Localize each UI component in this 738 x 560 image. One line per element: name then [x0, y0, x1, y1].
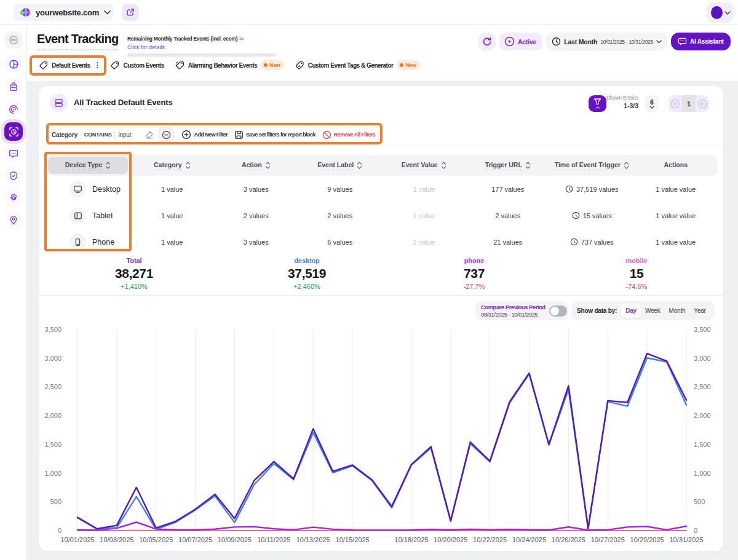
tag-icon — [39, 61, 48, 69]
sidebar-item-feedback[interactable] — [5, 145, 22, 162]
cell-event-label: 2 values — [298, 202, 383, 229]
cell-time-of-trigger: 37,519 values — [550, 176, 634, 202]
external-link-icon — [126, 8, 135, 17]
add-new-filter-label: Add New Filter — [194, 132, 228, 138]
chat-ai-icon — [678, 37, 687, 46]
svg-text:10/01/2025: 10/01/2025 — [60, 536, 94, 543]
period-label: Last Month — [564, 38, 597, 45]
column-header-device-type[interactable]: Device Type — [46, 155, 130, 176]
ai-assistant-button[interactable]: AI Assistant — [671, 33, 731, 50]
cell-event-label: 9 values — [298, 176, 383, 202]
table-row[interactable]: Tablet 1 value 2 values 2 values 1 value… — [46, 202, 718, 229]
compare-period-label: Compare Previous Period — [481, 304, 546, 310]
column-header-trigger-url[interactable]: Trigger URL — [466, 155, 550, 176]
granularity-week[interactable]: Week — [641, 304, 665, 318]
column-header-event-value[interactable]: Event Value — [382, 155, 466, 176]
cell-trigger-url: 2 values — [466, 202, 550, 229]
infinity-icon: ∞ — [239, 35, 244, 42]
svg-text:1,500: 1,500 — [44, 441, 62, 448]
collapse-icon — [9, 35, 18, 45]
tab-default-events[interactable]: Default Events ⋮ — [39, 61, 101, 69]
events-line-chart[interactable]: 005005001,0001,0001,5001,5002,0002,0002,… — [39, 322, 723, 551]
svg-text:10/26/2025: 10/26/2025 — [552, 536, 585, 543]
column-header-event-label[interactable]: Event Label — [298, 155, 383, 176]
stat-label: mobile — [575, 257, 698, 264]
tab-custom-events[interactable]: Custom Events — [111, 61, 164, 69]
cell-category: 1 value — [130, 202, 215, 229]
remove-filter-button[interactable] — [158, 127, 175, 143]
cell-trigger-url: 21 values — [466, 229, 550, 255]
save-filters-button[interactable]: Save set filters for report block — [234, 130, 315, 140]
table-row[interactable]: Desktop 1 value 3 values 9 values 1 valu… — [46, 176, 718, 202]
tab-custom-event-tags-generator[interactable]: Custom Event Tags & Generator New — [295, 60, 420, 70]
remove-all-filters-button[interactable]: Remove All Filters — [322, 130, 375, 140]
device-cell: Phone — [46, 229, 130, 255]
remaining-details-link[interactable]: Click for details — [127, 44, 287, 50]
device-cell: Tablet — [46, 202, 130, 229]
granularity-day[interactable]: Day — [621, 304, 641, 318]
granularity-year[interactable]: Year — [689, 304, 710, 318]
tab-alarming-behavior-events[interactable]: Alarming Behavior Events New — [175, 60, 284, 70]
refresh-button[interactable] — [478, 33, 496, 50]
remove-all-filters-label: Remove All Filters — [334, 132, 375, 138]
play-circle-icon — [504, 36, 515, 47]
sidebar-item-security[interactable] — [5, 167, 22, 184]
open-site-button[interactable] — [122, 4, 139, 21]
filter-operator[interactable]: CONTAINS — [84, 132, 112, 138]
page: yourwebsite.com — [0, 0, 738, 560]
clock-icon — [565, 185, 573, 193]
column-header-time-of-event-trigger[interactable]: Time of Event Trigger — [550, 155, 634, 176]
table-row[interactable]: Phone 1 value 3 values 6 values 1 value … — [46, 229, 718, 255]
table-header: Device Type Category Action Event Label — [46, 155, 718, 176]
page-number[interactable]: 1 — [682, 95, 696, 112]
page-size-select[interactable]: 6 — [645, 95, 659, 112]
previous-page-button[interactable] — [669, 95, 682, 112]
spiral-icon — [9, 105, 18, 114]
compare-period-panel: Compare Previous Period 08/31/2025 - 10/… — [475, 301, 568, 320]
phone-stat: phone 737 -27.7% — [413, 257, 536, 290]
device-name: Tablet — [92, 211, 113, 220]
site-selector[interactable]: yourwebsite.com — [14, 4, 114, 21]
column-header-category[interactable]: Category — [130, 155, 215, 176]
tablet-icon — [69, 207, 86, 224]
filter-value-input[interactable]: input — [118, 132, 141, 138]
sidebar-item-settings[interactable] — [5, 189, 22, 207]
svg-text:1,000: 1,000 — [44, 470, 62, 477]
divider — [178, 127, 178, 142]
svg-text:2,000: 2,000 — [694, 412, 711, 419]
time-value: 15 values — [583, 212, 612, 219]
sort-icon — [265, 162, 271, 169]
stat-value: 737 — [413, 266, 536, 281]
svg-text:10/29/2025: 10/29/2025 — [630, 536, 664, 543]
cell-event-label: 6 values — [298, 229, 383, 255]
new-badge: New — [397, 60, 419, 70]
next-page-button[interactable] — [696, 95, 709, 112]
filter-bar: Category CONTAINS input Add New Filter — [39, 123, 723, 146]
edit-filter-button[interactable] — [145, 130, 154, 140]
user-menu[interactable] — [707, 2, 734, 23]
filter-field[interactable]: Category — [52, 132, 77, 138]
sort-icon — [357, 162, 362, 169]
status-active[interactable]: Active — [499, 33, 542, 50]
granularity-month[interactable]: Month — [665, 304, 690, 318]
period-selector[interactable]: Last Month 10/01/2025 - 10/31/2025 — [546, 33, 667, 50]
svg-text:3,000: 3,000 — [44, 355, 62, 362]
svg-text:500: 500 — [694, 498, 705, 505]
sidebar-item-dashboard[interactable] — [5, 55, 22, 73]
badge-dot-icon — [400, 63, 403, 67]
sidebar-item-shop[interactable] — [5, 78, 22, 95]
add-new-filter-button[interactable]: Add New Filter — [181, 130, 228, 140]
sidebar-collapse-button[interactable] — [5, 31, 22, 49]
sidebar-item-sessions[interactable] — [5, 101, 22, 118]
site-name: yourwebsite.com — [36, 8, 99, 17]
sidebar-item-event-tracking[interactable] — [4, 122, 23, 141]
shown-entries: Shown Entries 1-3/3 — [603, 95, 638, 109]
column-label: Category — [154, 161, 182, 170]
cell-actions: 1 value value — [634, 229, 718, 255]
sidebar-item-visitors[interactable] — [5, 211, 22, 229]
tab-options-icon[interactable]: ⋮ — [93, 61, 101, 69]
compare-period-toggle[interactable] — [549, 306, 567, 317]
column-header-action[interactable]: Action — [214, 155, 298, 176]
stat-label: phone — [413, 257, 536, 264]
mobile-stat: mobile 15 -74.6% — [575, 257, 698, 290]
